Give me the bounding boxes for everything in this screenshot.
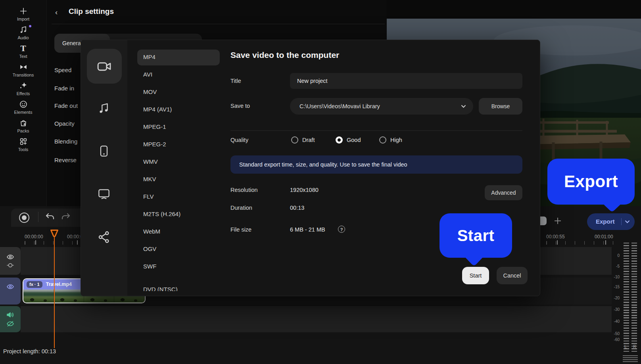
sidebar-item-label: Elements xyxy=(14,110,33,115)
ruler-major-tick xyxy=(35,240,36,245)
tools-grid-icon xyxy=(19,137,28,146)
format-item-webm[interactable]: WebM xyxy=(143,228,160,235)
motion-burst-icon[interactable] xyxy=(7,292,14,299)
sidebar-item-audio[interactable]: Audio xyxy=(0,23,46,42)
effects-sparkle-icon xyxy=(19,81,28,90)
radio-high-label[interactable]: High xyxy=(390,137,402,143)
quality-label: Quality xyxy=(230,137,248,143)
setting-row-blending: Blending xyxy=(54,138,77,145)
sidebar-item-transitions[interactable]: Transitions xyxy=(0,61,46,79)
eye-icon[interactable] xyxy=(7,284,14,289)
chevron-down-icon[interactable] xyxy=(625,220,630,224)
back-chevron-icon[interactable]: ‹ xyxy=(55,8,63,17)
undo-icon[interactable] xyxy=(44,212,56,222)
meter-label: -20 xyxy=(611,296,620,300)
sidebar-item-label: Packs xyxy=(17,128,29,133)
playhead-line[interactable] xyxy=(54,237,55,348)
format-item-swf[interactable]: SWF xyxy=(143,263,156,270)
meter-label: -15 xyxy=(611,285,620,289)
format-item-wmv[interactable]: WMV xyxy=(143,158,158,165)
cancel-button[interactable]: Cancel xyxy=(497,267,528,284)
format-item-dvd[interactable]: DVD (NTSC) xyxy=(143,286,178,291)
setting-row-reverse: Reverse xyxy=(54,157,77,163)
format-item-mkv[interactable]: MKV xyxy=(143,176,156,182)
setting-row-speed: Speed xyxy=(54,67,71,73)
mobile-device-icon[interactable] xyxy=(98,144,110,158)
elements-smiley-icon xyxy=(19,100,28,109)
ruler-ticks xyxy=(25,241,81,245)
music-note-icon xyxy=(19,25,28,34)
export-callout-bubble: Export xyxy=(547,159,635,205)
eye-off-icon[interactable] xyxy=(7,321,14,327)
start-callout-bubble: Start xyxy=(439,213,512,258)
sidebar-item-tools[interactable]: Tools xyxy=(0,135,46,154)
meter-channel-left-label: L xyxy=(624,344,627,349)
audio-file-icon[interactable] xyxy=(97,102,111,115)
share-icon[interactable] xyxy=(97,230,111,244)
filesize-label: File size xyxy=(230,226,251,233)
setting-row-fade-out: Fade out xyxy=(54,102,78,109)
callout-tail xyxy=(464,256,484,266)
meter-label: -60 xyxy=(611,337,620,342)
redo-icon[interactable] xyxy=(60,212,71,222)
track-head-audio xyxy=(0,306,21,332)
format-item-mpeg1[interactable]: MPEG-1 xyxy=(143,123,166,130)
radio-good-label[interactable]: Good xyxy=(347,137,361,143)
radio-good-selected[interactable] xyxy=(336,136,343,144)
radio-draft-label[interactable]: Draft xyxy=(302,137,315,143)
sidebar-item-label: Tools xyxy=(18,147,29,152)
sidebar-item-import[interactable]: Import xyxy=(0,5,46,23)
radio-high[interactable] xyxy=(379,136,386,144)
title-input[interactable] xyxy=(290,73,522,89)
format-item-m2ts[interactable]: M2TS (H.264) xyxy=(143,211,180,217)
radio-draft[interactable] xyxy=(291,136,298,144)
clip-fx-badge[interactable]: fx · 1 xyxy=(27,281,42,288)
divider xyxy=(38,212,38,222)
divider xyxy=(230,130,522,131)
format-item-mov[interactable]: MOV xyxy=(143,88,157,95)
audio-meter-right xyxy=(631,243,637,353)
eye-icon[interactable] xyxy=(7,254,14,260)
audio-meter-left xyxy=(624,243,629,353)
transitions-bowtie-icon xyxy=(19,63,28,71)
export-button[interactable]: Export xyxy=(587,213,635,230)
resolution-value: 1920x1080 xyxy=(290,187,319,193)
format-item-flv[interactable]: FLV xyxy=(143,193,154,200)
duration-label: Duration xyxy=(230,205,252,211)
link-icon[interactable] xyxy=(7,262,14,268)
ruler-timestamp: 00:01:00 xyxy=(595,234,613,239)
format-item-avi[interactable]: AVI xyxy=(143,71,152,78)
help-icon[interactable]: ? xyxy=(338,226,345,233)
advanced-button[interactable]: Advanced xyxy=(485,185,522,200)
start-callout-label: Start xyxy=(457,227,495,245)
setting-row-opacity: Opacity xyxy=(54,120,75,127)
record-icon[interactable] xyxy=(19,213,29,223)
project-length-status: Project length: 00:13 xyxy=(3,348,56,354)
export-target-rail xyxy=(81,40,127,296)
ruler-major-tick xyxy=(557,240,558,245)
sidebar-item-text[interactable]: T Text xyxy=(0,42,46,61)
start-button[interactable]: Start xyxy=(462,267,489,284)
duration-value: 00:13 xyxy=(290,205,304,211)
save-to-dropdown[interactable]: C:\Users\Videos\Movavi Library xyxy=(290,98,473,115)
sidebar-item-elements[interactable]: Elements xyxy=(0,98,46,117)
format-item-mp4[interactable]: MP4 xyxy=(143,54,155,60)
speaker-icon[interactable] xyxy=(6,312,14,318)
tv-monitor-icon[interactable] xyxy=(97,188,111,200)
quality-info-banner: Standard export time, size, and quality.… xyxy=(230,155,522,174)
chevron-down-icon xyxy=(461,105,466,108)
plus-icon xyxy=(19,7,28,15)
video-camera-icon[interactable] xyxy=(96,58,113,74)
sidebar-item-packs[interactable]: Packs xyxy=(0,117,46,135)
format-item-ogv[interactable]: OGV xyxy=(143,245,156,252)
callout-tail xyxy=(602,203,622,213)
sidebar-item-effects[interactable]: Effects xyxy=(0,79,46,98)
meter-label: -50 xyxy=(611,331,620,336)
format-item-mpeg2[interactable]: MPEG-2 xyxy=(143,141,166,148)
ruler-major-tick xyxy=(605,240,606,245)
track-head-video xyxy=(0,278,21,305)
notification-dot xyxy=(29,25,31,27)
track-lane-audio[interactable] xyxy=(21,306,612,332)
browse-button[interactable]: Browse xyxy=(479,98,522,115)
format-item-mp4av1[interactable]: MP4 (AV1) xyxy=(143,106,172,113)
